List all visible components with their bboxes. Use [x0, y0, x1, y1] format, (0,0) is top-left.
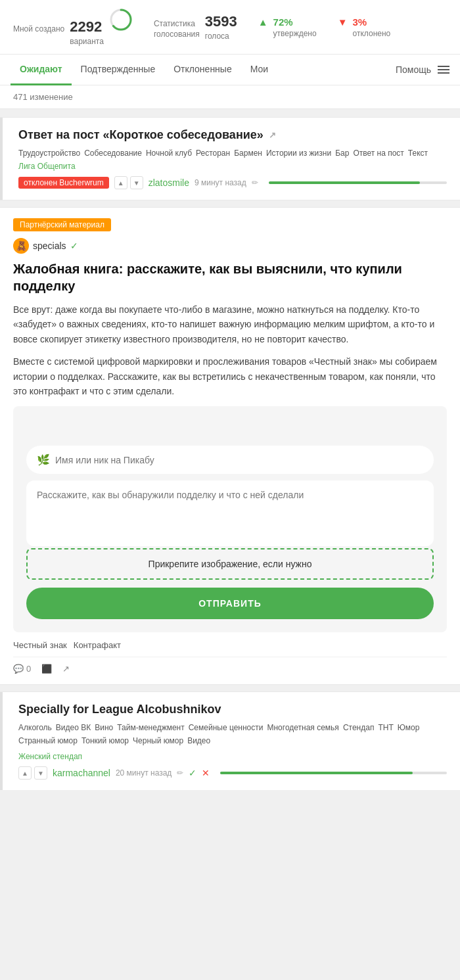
approved-pct: 72%: [273, 16, 293, 28]
created-label: Мной создано: [13, 24, 64, 35]
comments-btn[interactable]: 💬 0: [13, 664, 31, 674]
vote-arrows-1[interactable]: ▲ ▼: [114, 176, 143, 189]
share-btn[interactable]: ↗: [62, 664, 70, 674]
vote-down-btn-3[interactable]: ▼: [34, 766, 47, 780]
tag3-vino[interactable]: Вино: [95, 723, 113, 732]
post-title-1: Ответ на пост «Короткое собеседование» ↗: [18, 128, 447, 142]
tag3-sem[interactable]: Семейные ценности: [189, 723, 264, 732]
voting-label: Статистикаголосования: [154, 19, 200, 39]
tag-tekst[interactable]: Текст: [408, 149, 428, 158]
comment-icon: 💬: [13, 664, 24, 674]
spinner-icon: [109, 8, 133, 32]
post3-tags: Алкоголь Видео ВК Вино Тайм-менеджмент С…: [18, 723, 447, 745]
partner-body-2: Вместе с системой цифровой маркировки и …: [13, 354, 447, 398]
time-ago-3: 20 минут назад: [116, 768, 172, 778]
tag3-alkohol[interactable]: Алкоголь: [18, 723, 52, 732]
edit-icon-3[interactable]: ✏: [177, 768, 183, 778]
tab-rejected[interactable]: Отклоненные: [164, 55, 241, 85]
comments-count: 0: [26, 664, 31, 674]
partner-body-1: Все врут: даже когда вы покупаете что-ли…: [13, 302, 447, 346]
tag3-chernyi[interactable]: Черный юмор: [133, 736, 183, 745]
post1-tags: Трудоустройство Собеседование Ночной клу…: [18, 149, 447, 171]
post-title-3: Specially for League Alcobushnikov: [18, 703, 447, 716]
tag3-yumor[interactable]: Юмор: [398, 723, 420, 732]
cross-icon-3[interactable]: ✕: [202, 768, 210, 778]
tab-mine[interactable]: Мои: [241, 55, 277, 85]
vote-down-btn[interactable]: ▼: [130, 176, 143, 189]
voting-stat: Статистикаголосования 3593 голоса: [154, 13, 237, 41]
progress-fill-1: [269, 181, 421, 184]
left-accent: [0, 118, 3, 200]
tab-waiting[interactable]: Ожидают: [11, 55, 72, 85]
post1-status-row: отклонен Bucherwrum ▲ ▼ zlatosmile 9 мин…: [18, 176, 447, 189]
tag3-strannyi[interactable]: Странный юмор: [18, 736, 78, 745]
tag-nochnoy[interactable]: Ночной клуб: [146, 149, 192, 158]
created-sub: варианта: [70, 37, 104, 46]
check-icon-3[interactable]: ✓: [189, 768, 196, 778]
submit-button[interactable]: ОТПРАВИТЬ: [26, 588, 434, 619]
nav-help[interactable]: Помощь: [396, 64, 449, 75]
tag-liga[interactable]: Лига Общепита: [18, 162, 76, 171]
share-icon: ↗: [62, 664, 70, 674]
external-link-icon[interactable]: ↗: [269, 130, 276, 140]
vote-arrows-3[interactable]: ▲ ▼: [18, 766, 47, 780]
author-name-3[interactable]: karmachannel: [53, 768, 110, 778]
tab-confirmed[interactable]: Подтвержденные: [72, 55, 165, 85]
time-ago-1: 9 минут назад: [195, 178, 246, 187]
rejected-stat: ▼ 3% отклонено: [338, 16, 391, 38]
tag-sobes[interactable]: Собеседование: [84, 149, 142, 158]
post2-actions: 💬 0 ⬛ ↗: [13, 657, 447, 674]
tag3-video[interactable]: Видео: [187, 736, 210, 745]
author-name-1[interactable]: zlatosmile: [149, 177, 189, 188]
tag3-videovk[interactable]: Видео ВК: [56, 723, 91, 732]
edit-icon-1[interactable]: ✏: [252, 178, 258, 187]
footer-tag-1[interactable]: Честный знак: [13, 640, 67, 650]
rejected-icon: ▼: [338, 16, 348, 28]
tag3-special[interactable]: Женский стендап: [18, 752, 82, 761]
name-input-icon: 🌿: [37, 454, 50, 466]
partner-author-row: 🧸 specials ✓: [13, 238, 447, 254]
post-card-1: Ответ на пост «Короткое собеседование» ↗…: [0, 117, 460, 200]
verified-icon: ✓: [70, 241, 78, 251]
partner-avatar: 🧸: [13, 238, 29, 254]
tag-istorii[interactable]: Истории из жизни: [266, 149, 331, 158]
votes-value: 3593: [205, 13, 237, 30]
tag3-stendap[interactable]: Стендап: [343, 723, 375, 732]
footer-tag-2[interactable]: Контрафакт: [74, 640, 121, 650]
tag3-tonkiy[interactable]: Тонкий юмор: [81, 736, 129, 745]
progress-bar-1: [269, 181, 447, 184]
partner-title: Жалобная книга: расскажите, как вы выясн…: [13, 260, 447, 294]
partner-badge: Партнёрский материал: [13, 218, 111, 231]
tag-restoran[interactable]: Ресторан: [196, 149, 230, 158]
tag3-taym[interactable]: Тайм-менеджмент: [117, 723, 184, 732]
save-btn[interactable]: ⬛: [41, 664, 52, 674]
tag3-tnt[interactable]: ТНТ: [378, 723, 393, 732]
rejected-label: отклонено: [353, 29, 391, 38]
attach-button[interactable]: Прикрепите изображение, если нужно: [26, 548, 434, 580]
nav-bar: Ожидают Подтвержденные Отклоненные Мои П…: [0, 55, 460, 85]
post3-status-row: ▲ ▼ karmachannel 20 минут назад ✏ ✓ ✕: [18, 766, 447, 780]
nav-tabs: Ожидают Подтвержденные Отклоненные Мои: [11, 55, 396, 85]
created-stat: Мной создано 2292 варианта: [13, 8, 133, 46]
partner-name[interactable]: specials: [33, 241, 66, 251]
name-input[interactable]: [55, 455, 423, 465]
tag-bar[interactable]: Бар: [335, 149, 349, 158]
approved-stat: ▲ 72% утверждено: [258, 16, 317, 38]
post-card-2: Партнёрский материал 🧸 specials ✓ Жалобн…: [0, 207, 460, 685]
partner-footer-tags: Честный знак Контрафакт: [13, 640, 447, 650]
rejected-pct: 3%: [353, 16, 367, 28]
help-label[interactable]: Помощь: [396, 64, 431, 75]
tag-barmen[interactable]: Бармен: [234, 149, 262, 158]
tag-otvet[interactable]: Ответ на пост: [353, 149, 403, 158]
vote-up-btn[interactable]: ▲: [114, 176, 127, 189]
created-value: 2292: [70, 18, 102, 35]
save-icon: ⬛: [41, 664, 52, 674]
tag3-mnogo[interactable]: Многодетная семья: [267, 723, 338, 732]
tag-trudoustr[interactable]: Трудоустройство: [18, 149, 80, 158]
status-badge-1: отклонен Bucherwrum: [18, 177, 109, 189]
story-textarea[interactable]: [26, 480, 434, 546]
vote-up-btn-3[interactable]: ▲: [18, 766, 32, 780]
left-accent-3: [0, 692, 3, 790]
approved-icon: ▲: [258, 16, 268, 28]
menu-icon[interactable]: [438, 66, 449, 74]
